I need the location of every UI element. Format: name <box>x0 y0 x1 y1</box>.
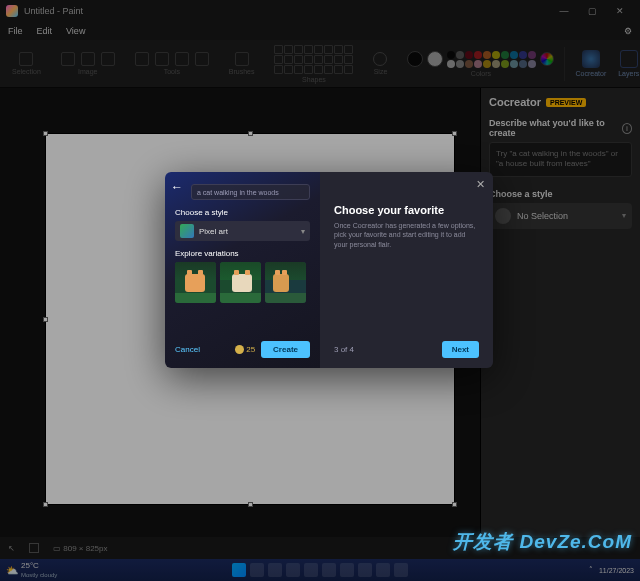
variation-3[interactable] <box>265 262 306 303</box>
watermark: 开发者 DevZe.CoM <box>453 529 632 555</box>
create-button[interactable]: Create <box>261 341 310 358</box>
pixel-art-thumb-icon <box>180 224 194 238</box>
variation-2[interactable] <box>220 262 261 303</box>
back-button[interactable]: ← <box>171 180 183 194</box>
dialog-style-label: Choose a style <box>175 208 310 217</box>
dialog-prompt-input[interactable]: a cat walking in the woods <box>191 184 310 200</box>
variations-row <box>175 262 310 303</box>
variation-1[interactable] <box>175 262 216 303</box>
favorite-body: Once Cocreator has generated a few optio… <box>334 221 479 249</box>
dialog-close-button[interactable]: ✕ <box>476 178 485 191</box>
credits-count: 25 <box>235 345 255 354</box>
dialog-style-dropdown[interactable]: Pixel art ▾ <box>175 221 310 241</box>
step-indicator: 3 of 4 <box>334 345 354 354</box>
explore-label: Explore variations <box>175 249 310 258</box>
cocreator-dialog: ← a cat walking in the woods Choose a st… <box>165 172 493 368</box>
cancel-button[interactable]: Cancel <box>175 345 200 354</box>
favorite-title: Choose your favorite <box>334 204 479 216</box>
coin-icon <box>235 345 244 354</box>
dialog-left-pane: ← a cat walking in the woods Choose a st… <box>165 172 320 368</box>
next-button[interactable]: Next <box>442 341 479 358</box>
chevron-down-icon: ▾ <box>301 227 305 236</box>
dialog-right-pane: ✕ Choose your favorite Once Cocreator ha… <box>320 172 493 368</box>
